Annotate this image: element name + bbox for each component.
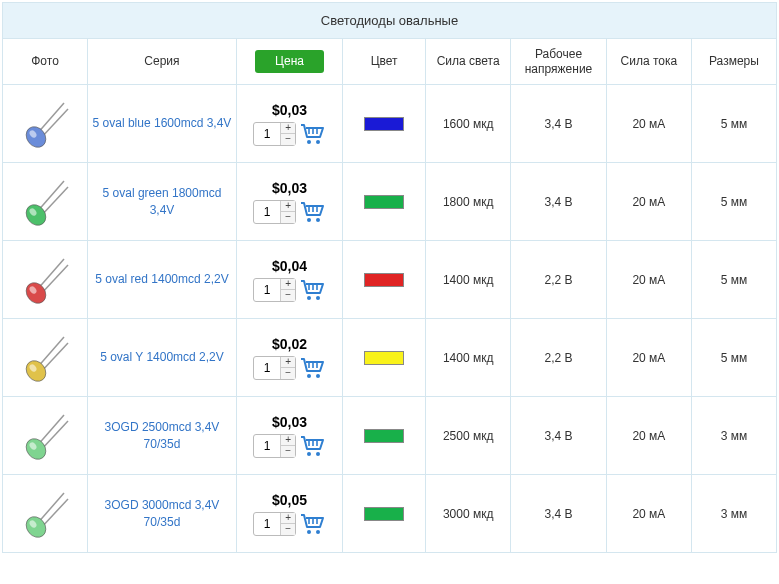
svg-point-11 — [316, 218, 320, 222]
qty-decrease-button[interactable]: − — [281, 289, 295, 300]
add-to-cart-icon[interactable] — [300, 356, 326, 380]
qty-increase-button[interactable]: + — [281, 357, 295, 368]
color-swatch — [364, 273, 404, 287]
qty-increase-button[interactable]: + — [281, 279, 295, 290]
table-row: 5 oval Y 1400mcd 2,2V $0,02 + − — [3, 319, 777, 397]
cell-size: 5 мм — [691, 163, 776, 241]
qty-decrease-button[interactable]: − — [281, 523, 295, 534]
series-link[interactable]: 5 oval blue 1600mcd 3,4V — [93, 116, 232, 130]
price-value: $0,03 — [241, 414, 338, 430]
add-to-cart-icon[interactable] — [300, 434, 326, 458]
qty-increase-button[interactable]: + — [281, 201, 295, 212]
table-row: 5 oval red 1400mcd 2,2V $0,04 + − — [3, 241, 777, 319]
cell-voltage: 2,2 В — [511, 319, 607, 397]
quantity-input[interactable] — [254, 357, 280, 379]
qty-decrease-button[interactable]: − — [281, 211, 295, 222]
cell-photo — [3, 163, 88, 241]
cell-voltage: 3,4 В — [511, 397, 607, 475]
header-row: Фото Серия Цена Цвет Сила света Рабочее … — [3, 39, 777, 85]
led-photo-icon — [18, 409, 72, 463]
quantity-input[interactable] — [254, 279, 280, 301]
cell-price: $0,03 + − — [236, 163, 342, 241]
series-link[interactable]: 5 oval red 1400mcd 2,2V — [95, 272, 228, 286]
cell-size: 5 мм — [691, 85, 776, 163]
svg-point-28 — [307, 452, 311, 456]
header-series[interactable]: Серия — [88, 39, 237, 85]
cell-photo — [3, 397, 88, 475]
header-current[interactable]: Сила тока — [606, 39, 691, 85]
table-row: 3OGD 2500mcd 3,4V 70/35d $0,03 + − — [3, 397, 777, 475]
svg-point-34 — [307, 530, 311, 534]
svg-point-2 — [22, 122, 50, 150]
quantity-stepper: + − — [253, 278, 296, 302]
cell-current: 20 мА — [606, 475, 691, 553]
qty-decrease-button[interactable]: − — [281, 367, 295, 378]
cell-series: 5 oval green 1800mcd 3,4V — [88, 163, 237, 241]
header-price[interactable]: Цена — [236, 39, 342, 85]
products-table: Светодиоды овальные Фото Серия Цена Цвет… — [2, 2, 777, 553]
price-value: $0,05 — [241, 492, 338, 508]
cell-current: 20 мА — [606, 163, 691, 241]
svg-point-35 — [316, 530, 320, 534]
cell-voltage: 3,4 В — [511, 85, 607, 163]
quantity-stepper: + − — [253, 356, 296, 380]
cell-price: $0,03 + − — [236, 85, 342, 163]
color-swatch — [364, 351, 404, 365]
cell-color — [343, 241, 426, 319]
cell-luminous: 1800 мкд — [426, 163, 511, 241]
led-photo-icon — [18, 97, 72, 151]
add-to-cart-icon[interactable] — [300, 200, 326, 224]
series-link[interactable]: 5 oval Y 1400mcd 2,2V — [100, 350, 224, 364]
cell-color — [343, 85, 426, 163]
cell-current: 20 мА — [606, 397, 691, 475]
cell-luminous: 1400 мкд — [426, 241, 511, 319]
cell-color — [343, 163, 426, 241]
svg-point-22 — [307, 374, 311, 378]
qty-decrease-button[interactable]: − — [281, 445, 295, 456]
header-voltage[interactable]: Рабочее напряжение — [511, 39, 607, 85]
cell-color — [343, 475, 426, 553]
led-photo-icon — [18, 175, 72, 229]
add-to-cart-icon[interactable] — [300, 122, 326, 146]
qty-increase-button[interactable]: + — [281, 435, 295, 446]
header-color[interactable]: Цвет — [343, 39, 426, 85]
svg-point-17 — [316, 296, 320, 300]
cell-current: 20 мА — [606, 319, 691, 397]
cell-size: 3 мм — [691, 397, 776, 475]
svg-point-8 — [22, 200, 50, 228]
cell-photo — [3, 85, 88, 163]
qty-increase-button[interactable]: + — [281, 123, 295, 134]
cell-size: 3 мм — [691, 475, 776, 553]
cell-voltage: 3,4 В — [511, 163, 607, 241]
series-link[interactable]: 5 oval green 1800mcd 3,4V — [103, 186, 222, 217]
series-link[interactable]: 3OGD 2500mcd 3,4V 70/35d — [105, 420, 220, 451]
quantity-stepper: + − — [253, 512, 296, 536]
add-to-cart-icon[interactable] — [300, 278, 326, 302]
quantity-input[interactable] — [254, 513, 280, 535]
qty-decrease-button[interactable]: − — [281, 133, 295, 144]
svg-point-5 — [316, 140, 320, 144]
led-photo-icon — [18, 253, 72, 307]
color-swatch — [364, 507, 404, 521]
cell-photo — [3, 475, 88, 553]
quantity-input[interactable] — [254, 435, 280, 457]
header-size[interactable]: Размеры — [691, 39, 776, 85]
svg-point-4 — [307, 140, 311, 144]
quantity-input[interactable] — [254, 201, 280, 223]
quantity-input[interactable] — [254, 123, 280, 145]
svg-point-14 — [22, 278, 50, 306]
add-to-cart-icon[interactable] — [300, 512, 326, 536]
cell-series: 5 oval Y 1400mcd 2,2V — [88, 319, 237, 397]
color-swatch — [364, 117, 404, 131]
cell-price: $0,04 + − — [236, 241, 342, 319]
cell-voltage: 2,2 В — [511, 241, 607, 319]
cell-luminous: 1400 мкд — [426, 319, 511, 397]
header-luminous[interactable]: Сила света — [426, 39, 511, 85]
qty-increase-button[interactable]: + — [281, 513, 295, 524]
header-photo[interactable]: Фото — [3, 39, 88, 85]
table-row: 3OGD 3000mcd 3,4V 70/35d $0,05 + − — [3, 475, 777, 553]
cell-series: 3OGD 3000mcd 3,4V 70/35d — [88, 475, 237, 553]
svg-point-23 — [316, 374, 320, 378]
led-photo-icon — [18, 331, 72, 385]
series-link[interactable]: 3OGD 3000mcd 3,4V 70/35d — [105, 498, 220, 529]
